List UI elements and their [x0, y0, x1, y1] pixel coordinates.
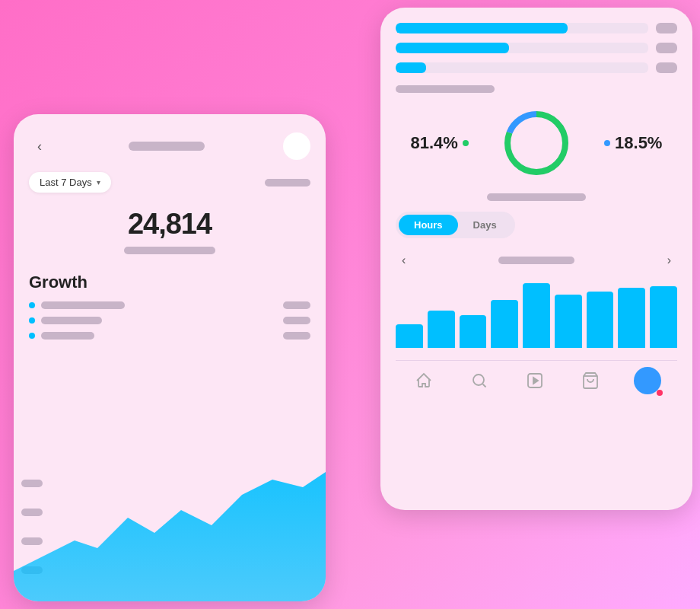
bar-1	[396, 324, 423, 349]
growth-item	[29, 332, 310, 340]
main-stat-section: 24,814	[29, 208, 310, 254]
bottom-nav	[396, 360, 677, 394]
svg-point-3	[473, 375, 484, 385]
green-dot-icon	[463, 140, 469, 146]
progress-end-2	[656, 43, 677, 53]
stat-right: 18.5%	[604, 133, 662, 153]
progress-track-2	[396, 43, 648, 53]
bar-7	[587, 292, 614, 348]
progress-item-3	[396, 62, 677, 73]
bar-6	[555, 295, 582, 348]
donut-chart	[498, 105, 574, 181]
bar-nav-title	[498, 257, 574, 264]
area-chart	[14, 449, 326, 601]
growth-bar-3	[41, 332, 94, 340]
bar-3	[460, 315, 487, 348]
avatar[interactable]	[283, 132, 310, 160]
chevron-down-icon: ▾	[97, 178, 100, 187]
growth-item	[29, 301, 310, 309]
next-arrow[interactable]: ›	[661, 250, 677, 270]
bar-9	[650, 286, 677, 348]
bar-5	[523, 283, 550, 349]
donut-label-bar	[487, 193, 586, 201]
bar-4	[491, 300, 518, 348]
growth-title: Growth	[29, 273, 310, 292]
bar-nav: ‹ ›	[396, 250, 677, 270]
prev-arrow[interactable]: ‹	[396, 250, 412, 270]
growth-item	[29, 317, 310, 324]
progress-track-1	[396, 23, 648, 33]
blue-dot-icon	[604, 140, 610, 146]
bar-2	[428, 311, 455, 349]
progress-section	[396, 23, 677, 73]
back-button[interactable]: ‹	[29, 136, 50, 157]
date-filter-pill[interactable]: Last 7 Days ▾	[29, 172, 111, 193]
growth-value-bar-2	[283, 317, 310, 324]
home-icon[interactable]	[412, 368, 436, 393]
tab-hours[interactable]: Hours	[399, 215, 458, 235]
growth-section: Growth	[29, 273, 310, 340]
stat-sub-bar	[124, 247, 215, 254]
progress-end-1	[656, 23, 677, 33]
progress-item-2	[396, 43, 677, 53]
left-phone: ‹ Last 7 Days ▾ 24,814 Growth	[14, 114, 326, 601]
progress-fill-3	[396, 62, 426, 73]
tab-days[interactable]: Days	[458, 215, 512, 235]
filter-right-placeholder	[265, 179, 310, 187]
filter-row: Last 7 Days ▾	[29, 172, 310, 193]
bag-icon[interactable]	[578, 368, 603, 393]
stats-label-bar	[396, 85, 495, 93]
title-placeholder-bar	[129, 142, 205, 151]
play-icon[interactable]	[523, 368, 547, 393]
progress-fill-1	[396, 23, 568, 33]
svg-marker-5	[533, 378, 538, 384]
growth-bar-1	[41, 301, 125, 309]
bar-8	[618, 288, 645, 348]
dot-icon	[29, 317, 35, 324]
stat-left: 81.4%	[411, 133, 469, 153]
search-icon[interactable]	[467, 368, 492, 393]
dot-icon	[29, 302, 35, 308]
filter-label: Last 7 Days	[40, 177, 92, 188]
progress-fill-2	[396, 43, 509, 53]
donut-row: 81.4% 18.5%	[396, 105, 677, 181]
progress-track-3	[396, 62, 648, 73]
profile-icon[interactable]	[634, 367, 661, 394]
dot-icon	[29, 333, 35, 339]
right-phone: 81.4% 18.5% Hours Days ‹ ›	[380, 8, 692, 510]
growth-value-bar-3	[283, 332, 310, 340]
growth-bar-2	[41, 317, 102, 324]
growth-list	[29, 301, 310, 340]
progress-item-1	[396, 23, 677, 33]
growth-value-bar-1	[283, 301, 310, 309]
main-number: 24,814	[29, 208, 310, 241]
tab-toggle[interactable]: Hours Days	[396, 212, 515, 238]
top-bar: ‹	[29, 132, 310, 160]
bar-chart	[396, 279, 677, 348]
progress-end-3	[656, 62, 677, 73]
